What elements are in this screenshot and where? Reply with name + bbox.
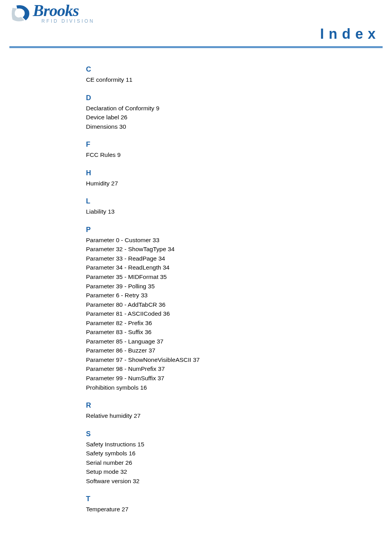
index-letter-heading: P <box>86 226 383 234</box>
index-entry[interactable]: Parameter 86 - Buzzer 37 <box>86 346 383 355</box>
index-letter-heading: F <box>86 140 383 149</box>
index-entry[interactable]: Declaration of Conformity 9 <box>86 104 383 113</box>
index-entry[interactable]: Safety symbols 16 <box>86 449 383 458</box>
logo-subtitle: RFID DIVISION <box>41 18 95 24</box>
index-entry[interactable]: FCC Rules 9 <box>86 150 383 160</box>
index-entry[interactable]: Serial number 26 <box>86 458 383 467</box>
index-entry[interactable]: Parameter 85 - Language 37 <box>86 337 383 346</box>
index-letter-heading: R <box>86 401 383 410</box>
page-title: Index <box>9 26 383 42</box>
index-entry[interactable]: Temperature 27 <box>86 505 383 514</box>
index-entry[interactable]: Parameter 98 - NumPrefix 37 <box>86 364 383 374</box>
logo-text: Brooks RFID DIVISION <box>33 4 95 24</box>
index-entry[interactable]: Parameter 35 - MIDFormat 35 <box>86 272 383 282</box>
index-entry[interactable]: Parameter 82 - Prefix 36 <box>86 318 383 328</box>
index-entry[interactable]: Parameter 0 - Customer 33 <box>86 236 383 245</box>
index-entry[interactable]: Setup mode 32 <box>86 467 383 476</box>
page-header: Brooks RFID DIVISION Index <box>0 0 392 42</box>
index-letter-heading: H <box>86 169 383 177</box>
index-entry[interactable]: Parameter 34 - ReadLength 34 <box>86 263 383 272</box>
index-entry[interactable]: Parameter 32 - ShowTagType 34 <box>86 245 383 254</box>
logo-area: Brooks RFID DIVISION <box>9 0 383 27</box>
index-letter-heading: T <box>86 495 383 503</box>
index-letter-heading: S <box>86 430 383 438</box>
logo-icon <box>9 3 30 24</box>
index-entry[interactable]: Parameter 6 - Retry 33 <box>86 291 383 300</box>
index-entry[interactable]: Parameter 39 - Polling 35 <box>86 282 383 291</box>
index-letter-heading: C <box>86 65 383 74</box>
index-entry[interactable]: Humidity 27 <box>86 179 383 188</box>
index-entry[interactable]: Prohibition symbols 16 <box>86 383 383 392</box>
index-entry[interactable]: CE conformity 11 <box>86 75 383 85</box>
index-entry[interactable]: Parameter 33 - ReadPage 34 <box>86 254 383 263</box>
index-entry[interactable]: Relative humidity 27 <box>86 411 383 421</box>
index-entry[interactable]: Safety Instructions 15 <box>86 440 383 449</box>
index-letter-heading: D <box>86 94 383 102</box>
index-entry[interactable]: Parameter 81 - ASCIICoded 36 <box>86 309 383 318</box>
index-entry[interactable]: Parameter 97 - ShowNoneVisibleASCII 37 <box>86 355 383 365</box>
logo: Brooks RFID DIVISION <box>9 3 383 24</box>
logo-brand: Brooks <box>33 4 95 18</box>
index-entry[interactable]: Parameter 80 - AddTabCR 36 <box>86 300 383 309</box>
index-letter-heading: L <box>86 197 383 205</box>
index-entry[interactable]: Parameter 99 - NumSuffix 37 <box>86 374 383 383</box>
index-entry[interactable]: Parameter 83 - Suffix 36 <box>86 327 383 337</box>
index-entry[interactable]: Device label 26 <box>86 113 383 122</box>
index-entry[interactable]: Software version 32 <box>86 476 383 486</box>
index-entry[interactable]: Liability 13 <box>86 207 383 216</box>
index-content: CCE conformity 11DDeclaration of Conform… <box>0 48 392 523</box>
index-entry[interactable]: Dimensions 30 <box>86 122 383 131</box>
